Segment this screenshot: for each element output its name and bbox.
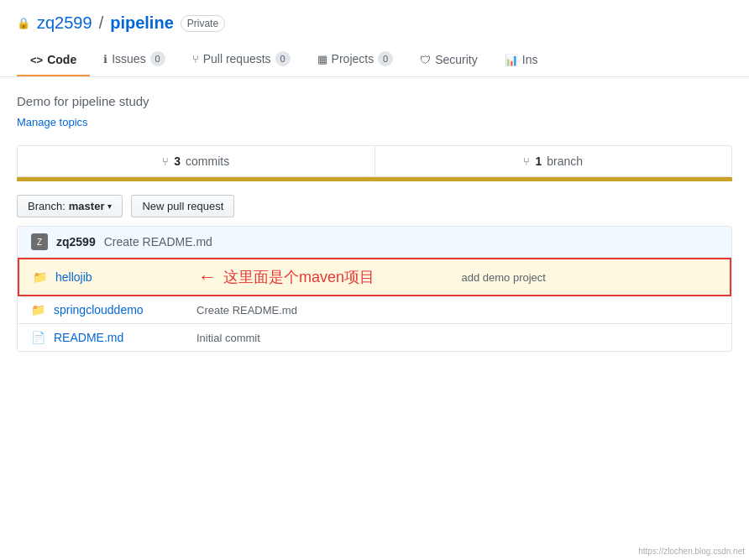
branches-count: 1 [535, 154, 542, 168]
branch-name: master [69, 200, 105, 212]
file-row-springclouddemo: 📁 springclouddemo Create README.md [18, 296, 731, 324]
projects-badge: 0 [378, 51, 393, 66]
file-table: Z zq2599 Create README.md 📁 hellojib ← 这… [17, 226, 732, 352]
commit-msg-hellojib: add demo project [462, 271, 717, 284]
pr-badge: 0 [275, 51, 291, 66]
branch-label: Branch: [28, 200, 65, 212]
repo-name-link[interactable]: pipeline [110, 13, 174, 33]
repo-separator: / [99, 13, 104, 33]
tab-insights[interactable]: 📊 Ins [491, 44, 552, 76]
annotation-arrow: ← [198, 266, 217, 288]
tab-pull-requests[interactable]: ⑂ Pull requests 0 [179, 43, 304, 76]
new-pull-request-button[interactable]: New pull request [131, 195, 234, 217]
visibility-badge: Private [181, 15, 225, 32]
tab-issues[interactable]: ℹ Issues 0 [90, 43, 178, 76]
tab-insights-label: Ins [522, 53, 538, 66]
repo-title-row: 🔒 zq2599 / pipeline Private [17, 13, 732, 33]
watermark: https://zlochen.blog.csdn.net [638, 547, 745, 556]
commits-count: 3 [174, 154, 181, 168]
branches-icon: ⑂ [523, 155, 530, 168]
file-table-header: Z zq2599 Create README.md [18, 227, 731, 258]
repo-description: Demo for pipeline study [17, 94, 732, 108]
tab-security-label: Security [435, 53, 478, 66]
commits-label: commits [186, 154, 229, 168]
dir-icon-hellojib: 📁 [33, 270, 47, 284]
projects-icon: ▦ [317, 53, 327, 65]
code-icon: <> [30, 54, 43, 66]
commit-user: zq2599 [56, 235, 96, 249]
tab-projects-label: Projects [332, 52, 374, 65]
file-link-springclouddemo[interactable]: springclouddemo [54, 303, 188, 317]
tab-pr-label: Pull requests [203, 52, 271, 65]
branches-label: branch [547, 154, 583, 168]
file-row-hellojib: 📁 hellojib ← 这里面是个maven项目 add demo proje… [18, 258, 731, 296]
branches-stat[interactable]: ⑂ 1 branch [375, 146, 732, 176]
repo-nav: <> Code ℹ Issues 0 ⑂ Pull requests 0 ▦ P… [17, 43, 732, 76]
file-link-hellojib[interactable]: hellojib [55, 270, 190, 284]
tab-issues-label: Issues [112, 52, 145, 65]
avatar: Z [31, 233, 48, 250]
lock-icon: 🔒 [17, 17, 30, 29]
file-icon-readme: 📄 [31, 331, 45, 344]
repo-header: 🔒 zq2599 / pipeline Private <> Code ℹ Is… [0, 0, 749, 77]
dir-icon-springclouddemo: 📁 [31, 303, 45, 317]
insights-icon: 📊 [505, 54, 518, 66]
annotation-hellojib: ← 这里面是个maven项目 [198, 266, 453, 288]
pr-icon: ⑂ [192, 53, 199, 65]
issues-icon: ℹ [103, 53, 107, 65]
tab-projects[interactable]: ▦ Projects 0 [304, 43, 407, 76]
tab-code-label: Code [47, 53, 76, 66]
branch-selector[interactable]: Branch: master ▾ [17, 195, 123, 217]
repo-owner-link[interactable]: zq2599 [37, 13, 92, 33]
security-icon: 🛡 [420, 54, 431, 66]
stats-bar: ⑂ 3 commits ⑂ 1 branch [17, 145, 732, 177]
commits-icon: ⑂ [162, 155, 169, 168]
annotation-text: 这里面是个maven项目 [223, 267, 374, 287]
issues-badge: 0 [150, 51, 165, 66]
repo-content: Demo for pipeline study Manage topics ⑂ … [0, 77, 749, 352]
chevron-down-icon: ▾ [107, 201, 112, 211]
commit-header-message: Create README.md [104, 235, 718, 249]
actions-row: Branch: master ▾ New pull request [17, 195, 732, 217]
commits-stat[interactable]: ⑂ 3 commits [18, 146, 375, 176]
tab-code[interactable]: <> Code [17, 44, 90, 76]
manage-topics-link[interactable]: Manage topics [17, 116, 88, 128]
file-row-readme: 📄 README.md Initial commit [18, 324, 731, 351]
file-link-readme[interactable]: README.md [54, 331, 188, 344]
tab-security[interactable]: 🛡 Security [406, 44, 491, 76]
commit-msg-readme: Initial commit [196, 332, 718, 344]
commit-msg-springclouddemo: Create README.md [196, 304, 718, 317]
commit-progress-bar [17, 177, 732, 181]
